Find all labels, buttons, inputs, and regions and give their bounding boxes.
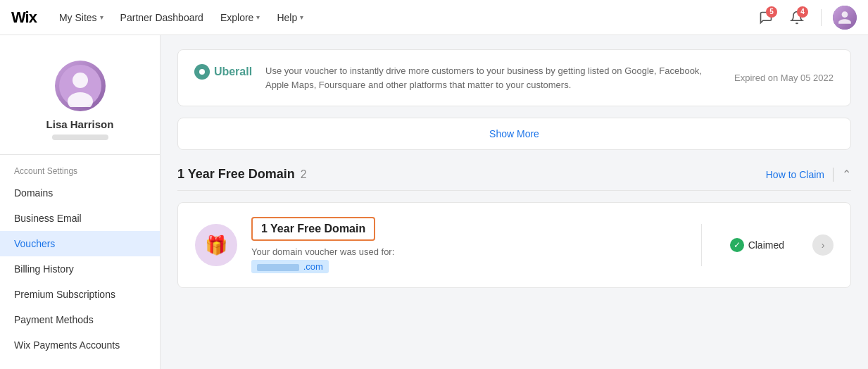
uberall-logo-wrap: Uberall	[195, 64, 251, 80]
sidebar: Lisa Harrison Account Settings Domains B…	[0, 35, 161, 369]
sidebar-item-domains[interactable]: Domains	[0, 180, 160, 206]
profile-name: Lisa Harrison	[46, 118, 114, 130]
wix-logo[interactable]: Wix	[11, 8, 37, 27]
explore-nav[interactable]: Explore ▾	[212, 0, 268, 35]
sidebar-section-title: Account Settings	[0, 155, 160, 180]
profile-bar	[52, 135, 108, 140]
wix-payments-label: Wix Payments Accounts	[14, 339, 120, 351]
domain-tld: .com	[303, 261, 323, 272]
help-label: Help	[277, 12, 297, 23]
claimed-check-icon: ✓	[730, 238, 744, 252]
premium-subscriptions-label: Premium Subscriptions	[14, 289, 115, 300]
top-nav: Wix My Sites ▾ Partner Dashboard Explore…	[0, 0, 868, 35]
uberall-description: Use your voucher to instantly drive more…	[265, 64, 720, 92]
free-domain-title: 1 Year Free Domain	[177, 167, 295, 182]
uberall-status: Expired on May 05 2022	[734, 73, 834, 83]
help-nav[interactable]: Help ▾	[268, 0, 312, 35]
domains-label: Domains	[14, 187, 53, 199]
sidebar-item-vouchers[interactable]: Vouchers	[0, 231, 160, 256]
main-content: Uberall Use your voucher to instantly dr…	[161, 35, 868, 369]
avatar-image	[833, 6, 857, 30]
gift-icon: 🎁	[205, 234, 227, 256]
svg-point-3	[199, 69, 205, 75]
domain-icon-wrap: 🎁	[195, 224, 237, 266]
svg-point-1	[73, 73, 88, 88]
nav-divider	[821, 9, 822, 26]
domain-url-bar	[257, 264, 299, 271]
user-avatar[interactable]	[833, 6, 857, 30]
free-domain-count: 2	[301, 168, 307, 181]
my-sites-chevron-icon: ▾	[100, 13, 103, 21]
show-more-button[interactable]: Show More	[177, 118, 851, 150]
notifications-badge: 4	[797, 6, 808, 18]
claimed-status: ✓ Claimed	[730, 238, 784, 252]
help-chevron-icon: ▾	[300, 13, 303, 21]
payment-methods-label: Payment Methods	[14, 314, 94, 325]
domain-card-separator	[701, 224, 702, 266]
sidebar-profile: Lisa Harrison	[0, 49, 160, 155]
nav-icons: 5 4	[753, 5, 857, 30]
claimed-label: Claimed	[748, 239, 784, 251]
business-email-label: Business Email	[14, 213, 82, 224]
domain-used-text: Your domain voucher was used for:	[251, 246, 673, 257]
domain-next-button[interactable]: ›	[812, 234, 834, 256]
notifications-button[interactable]: 4	[784, 5, 810, 30]
sidebar-item-payment-methods[interactable]: Payment Methods	[0, 307, 160, 332]
sidebar-item-wix-payments[interactable]: Wix Payments Accounts	[0, 332, 160, 358]
partner-dashboard-nav[interactable]: Partner Dashboard	[112, 0, 212, 35]
domain-voucher-title: 1 Year Free Domain	[251, 217, 375, 241]
messages-button[interactable]: 5	[753, 5, 779, 30]
domain-url: .com	[251, 260, 329, 273]
how-to-claim-link[interactable]: How to Claim	[766, 169, 824, 180]
free-domain-section-header: 1 Year Free Domain 2 How to Claim ⌃	[177, 167, 851, 182]
partner-dashboard-label: Partner Dashboard	[120, 12, 203, 23]
collapse-section-button[interactable]: ⌃	[842, 168, 851, 181]
domain-info: 1 Year Free Domain Your domain voucher w…	[251, 217, 673, 273]
billing-history-label: Billing History	[14, 263, 74, 275]
explore-chevron-icon: ▾	[256, 13, 260, 21]
my-sites-label: My Sites	[59, 12, 97, 23]
sidebar-item-billing-history[interactable]: Billing History	[0, 256, 160, 282]
uberall-logo: Uberall	[194, 64, 252, 80]
vouchers-label: Vouchers	[14, 238, 55, 249]
my-sites-nav[interactable]: My Sites ▾	[51, 0, 112, 35]
page-layout: Lisa Harrison Account Settings Domains B…	[0, 35, 868, 369]
uberall-voucher-card: Uberall Use your voucher to instantly dr…	[177, 49, 851, 106]
profile-avatar	[55, 61, 106, 111]
section-divider	[177, 190, 851, 191]
explore-label: Explore	[220, 12, 253, 23]
sidebar-item-premium-subscriptions[interactable]: Premium Subscriptions	[0, 282, 160, 307]
uberall-name: Uberall	[214, 65, 252, 78]
domain-voucher-card: 🎁 1 Year Free Domain Your domain voucher…	[177, 202, 851, 288]
uberall-info: Use your voucher to instantly drive more…	[265, 64, 720, 92]
uberall-icon	[194, 64, 210, 80]
sidebar-item-business-email[interactable]: Business Email	[0, 206, 160, 231]
messages-badge: 5	[766, 6, 777, 18]
section-header-divider	[833, 168, 834, 182]
